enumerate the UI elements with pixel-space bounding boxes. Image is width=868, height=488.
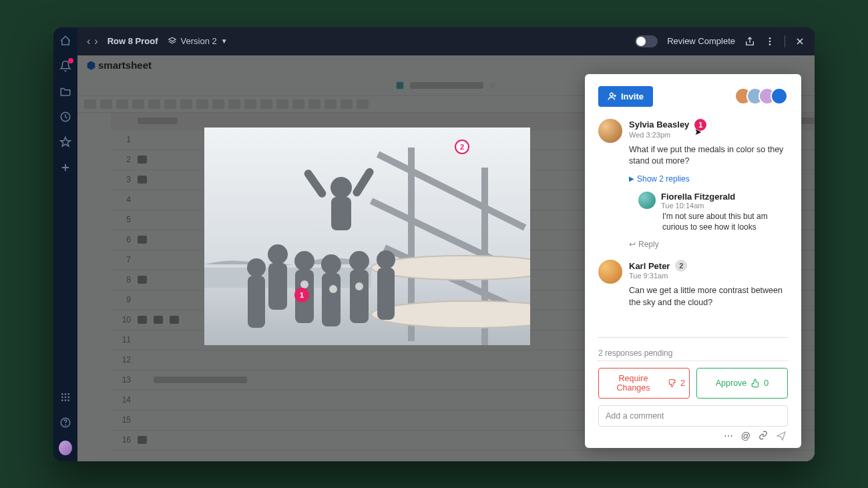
avatar [598,119,622,143]
svg-point-6 [67,396,69,398]
attach-link-icon[interactable] [758,431,768,441]
comment-reply: Fiorella Fitzgerald Tue 10:14am I'm not … [638,192,792,234]
proof-title: Row 8 Proof [107,36,158,46]
svg-point-24 [268,244,288,264]
more-menu-icon[interactable] [765,36,775,47]
comment-author: Karl Peter [629,261,670,271]
svg-point-13 [769,40,771,42]
divider [785,35,785,47]
comment-item[interactable]: Karl Peter 2 Tue 9:31am Can we get a lit… [598,260,792,308]
reply-link[interactable]: ↩ Reply [629,240,792,249]
version-selector[interactable]: Version 2 ▼ [168,36,228,46]
svg-rect-33 [377,268,395,320]
svg-point-39 [610,93,614,96]
invite-person-icon [608,91,617,101]
help-icon[interactable] [59,416,72,429]
svg-point-34 [247,258,266,277]
more-options-icon[interactable]: ⋯ [724,431,733,441]
main-area: ‹ › Row 8 Proof Version 2 ▼ Review Compl… [77,27,815,461]
chevron-down-icon: ▼ [221,37,228,45]
reply-author: Fiorella Fitzgerald [661,192,735,202]
reply-time: Tue 10:14am [661,202,735,210]
close-icon[interactable] [795,36,805,47]
share-icon[interactable] [744,36,755,47]
svg-rect-29 [322,273,341,326]
comment-pin-badge: 2 [675,260,687,272]
svg-point-7 [61,399,63,401]
left-nav-rail [53,27,77,461]
comment-input[interactable]: Add a comment [598,405,788,427]
comments-list[interactable]: Sylvia Beasley 1 Wed 3:23pm What if we p… [585,116,801,337]
comment-item[interactable]: Sylvia Beasley 1 Wed 3:23pm What if we p… [598,119,792,250]
nav-back-icon[interactable]: ‹ [87,35,90,47]
reply-body: I'm not sure about this but am curious t… [662,211,792,234]
svg-point-2 [65,393,67,395]
svg-point-1 [61,393,63,395]
comment-author: Sylvia Beasley [629,119,689,130]
annotation-pin-1[interactable]: 1 [294,288,309,302]
svg-point-8 [65,399,67,401]
comment-body: What if we put the medals in color so th… [629,144,792,168]
svg-point-32 [377,250,395,269]
comment-body: Can we get a little more contrast betwee… [629,285,792,308]
svg-point-4 [61,396,63,398]
svg-rect-31 [350,270,369,323]
pending-responses: 2 responses pending [598,348,788,361]
avatar [598,260,622,284]
svg-point-9 [67,399,69,401]
invite-button[interactable]: Invite [598,86,653,107]
svg-rect-35 [248,276,265,328]
folder-icon[interactable] [59,85,72,98]
brand-logo: ⬢smartsheet [77,55,815,75]
mouse-cursor-icon: ➤ [694,127,702,137]
svg-point-38 [355,282,363,290]
review-complete-label: Review Complete [667,36,735,46]
version-label: Version 2 [181,36,217,46]
annotation-pin-2[interactable]: 2 [455,140,469,154]
home-icon[interactable] [59,34,72,47]
favorites-icon[interactable] [59,136,72,149]
svg-rect-21 [331,197,351,230]
svg-rect-19 [204,268,371,288]
svg-point-28 [321,254,341,274]
layers-icon [168,37,177,46]
add-icon[interactable] [59,161,72,174]
svg-point-26 [294,251,314,271]
proof-toolbar: ‹ › Row 8 Proof Version 2 ▼ Review Compl… [77,27,815,55]
svg-point-5 [65,396,67,398]
svg-point-30 [349,251,369,271]
mention-icon[interactable]: @ [741,431,750,441]
nav-forward-icon[interactable]: › [94,35,97,47]
thumbs-up-icon [750,379,760,388]
reply-arrow-icon: ↩ [629,240,636,249]
require-changes-button[interactable]: Require Changes 2 [598,368,690,399]
user-avatar-icon[interactable] [59,441,72,455]
star-icon[interactable]: ☆ [489,80,497,90]
approve-button[interactable]: Approve 0 [696,368,788,399]
thumbs-down-icon [668,379,676,388]
notification-badge [68,58,73,63]
svg-rect-15 [397,81,404,89]
svg-point-36 [300,280,308,288]
review-complete-toggle[interactable] [635,35,658,47]
show-replies-link[interactable]: ▶ Show 2 replies [629,174,792,184]
divider [598,337,788,338]
svg-point-20 [331,177,352,198]
reviewer-avatars[interactable] [740,87,788,105]
notifications-icon[interactable] [59,59,72,73]
caret-right-icon: ▶ [629,175,634,182]
recents-icon[interactable] [59,110,72,124]
avatar [638,192,656,209]
svg-point-3 [67,393,69,395]
apps-icon[interactable] [59,391,72,404]
svg-rect-25 [268,263,287,310]
invite-label: Invite [621,91,644,101]
svg-point-12 [769,37,771,39]
svg-point-37 [329,285,337,293]
svg-point-11 [65,425,66,425]
comments-panel: Invite Sylvia Beasley [585,74,801,448]
sheet-icon [395,81,405,90]
send-icon[interactable] [776,431,787,441]
app-window: ‹ › Row 8 Proof Version 2 ▼ Review Compl… [53,27,815,461]
proof-image[interactable]: 1 2 [204,128,530,345]
